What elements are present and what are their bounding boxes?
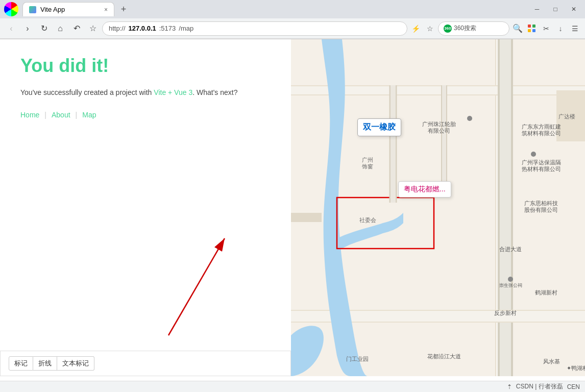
svg-text:筑材料有限公司: 筑材料有限公司: [522, 130, 561, 136]
browser-logo: [4, 2, 18, 16]
nav-separator-1: |: [44, 111, 46, 119]
map-toolbar: 标记 折线 文本标记: [0, 351, 291, 376]
svg-text:花都沿江大道: 花都沿江大道: [427, 353, 461, 359]
extensions-button[interactable]: [526, 22, 538, 35]
map-panel[interactable]: 广达楼 崇生张公祠 广州珠江轮胎 有限公司 广东东方雨虹建 筑材料有限公司 广州…: [291, 39, 585, 376]
status-cen: CEN: [567, 383, 580, 390]
marker-button[interactable]: 标记: [9, 356, 33, 371]
hero-description: You've successfully created a project wi…: [20, 87, 271, 98]
svg-text:饰窗: 饰窗: [361, 163, 373, 169]
url-host: 127.0.0.1: [129, 24, 156, 32]
svg-text:鹤湖新村: 鹤湖新村: [535, 289, 557, 296]
search-box[interactable]: 360 360搜索: [438, 21, 509, 36]
info-box-2: 粤电花都燃...: [398, 181, 451, 198]
url-bar[interactable]: http:// 127.0.0.1 :5173 /map: [102, 21, 407, 36]
nav-home-link[interactable]: Home: [20, 111, 39, 119]
map-svg: 广达楼 崇生张公祠 广州珠江轮胎 有限公司 广东东方雨虹建 筑材料有限公司 广州…: [291, 39, 585, 376]
nav-separator-2: |: [76, 111, 78, 119]
desc-suffix: . What's next?: [192, 88, 237, 96]
tab-favicon: [29, 6, 36, 13]
svg-text:合进大道: 合进大道: [499, 246, 522, 252]
star-icon[interactable]: ☆: [424, 22, 436, 35]
svg-point-19: [467, 116, 472, 121]
search-logo: 360: [444, 24, 452, 33]
url-path: /map: [179, 24, 193, 32]
svg-point-20: [531, 152, 536, 157]
tools-button[interactable]: ✂: [540, 22, 552, 35]
page-title: You did it!: [20, 55, 271, 77]
address-bar: ‹ › ↻ ⌂ ↶ ☆ http:// 127.0.0.1 :5173 /map…: [0, 18, 585, 39]
info-label-2: 粤电花都燃...: [404, 185, 446, 193]
svg-line-1: [168, 238, 225, 335]
svg-rect-11: [291, 213, 322, 222]
nav-map-link[interactable]: Map: [82, 111, 96, 119]
close-button[interactable]: ✕: [567, 2, 581, 16]
title-bar: Vite App × + ─ □ ✕: [0, 0, 585, 18]
maximize-button[interactable]: □: [548, 2, 563, 16]
status-text: CSDN | 行者张磊: [516, 382, 563, 391]
url-text: http://: [109, 24, 126, 32]
active-tab[interactable]: Vite App ×: [22, 2, 114, 16]
download-button[interactable]: ↓: [554, 22, 567, 35]
tab-close-button[interactable]: ×: [104, 6, 108, 13]
info-label-1: 双一橡胶: [363, 122, 396, 131]
svg-text:热材料有限公司: 热材料有限公司: [522, 166, 561, 172]
lightning-icon: ⚡: [409, 22, 422, 35]
nav-about-link[interactable]: About: [52, 111, 70, 119]
menu-button[interactable]: ☰: [569, 22, 581, 35]
back-button[interactable]: ‹: [4, 21, 18, 36]
svg-text:广东东方雨虹建: 广东东方雨虹建: [522, 124, 561, 130]
svg-text:风水基: 风水基: [543, 358, 560, 364]
svg-text:崇生张公祠: 崇生张公祠: [499, 283, 522, 288]
svg-text:广州珠江轮胎: 广州珠江轮胎: [422, 121, 456, 127]
svg-text:广达楼: 广达楼: [558, 113, 575, 119]
svg-text:有限公司: 有限公司: [428, 128, 450, 134]
info-box-1: 双一橡胶: [357, 118, 401, 136]
search-button[interactable]: 🔍: [511, 22, 524, 35]
search-label: 360搜索: [454, 24, 476, 33]
forward-button[interactable]: ›: [20, 21, 35, 36]
svg-point-21: [508, 277, 513, 282]
svg-text:股份有限公司: 股份有限公司: [524, 207, 558, 213]
left-panel: You did it! You've successfully created …: [0, 39, 291, 376]
svg-text:广州: 广州: [362, 157, 373, 163]
home-button[interactable]: ⌂: [53, 21, 67, 36]
minimize-button[interactable]: ─: [530, 2, 544, 16]
svg-text:门工业园: 门工业园: [346, 356, 369, 362]
status-bar: ⇡ CSDN | 行者张磊 CEN: [0, 381, 585, 392]
nav-links: Home | About | Map: [20, 111, 271, 119]
vite-vue-link[interactable]: Vite + Vue 3: [154, 88, 192, 96]
svg-text:广州孚达保温隔: 广州孚达保温隔: [522, 159, 561, 165]
browser-chrome: Vite App × + ─ □ ✕ ‹ › ↻ ⌂ ↶ ☆ http:// 1…: [0, 0, 585, 39]
url-port: :5173: [159, 24, 176, 32]
desc-text: You've successfully created a project wi…: [20, 88, 154, 96]
reload-button[interactable]: ↻: [37, 21, 51, 36]
arrow-svg: [31, 198, 235, 351]
tab-bar: Vite App × +: [22, 2, 526, 16]
svg-text:社委会: 社委会: [359, 217, 376, 223]
bookmark-button[interactable]: ☆: [86, 21, 100, 36]
svg-text:广东思柏科技: 广东思柏科技: [524, 200, 558, 206]
page-content: You did it! You've successfully created …: [0, 39, 585, 376]
history-back-button[interactable]: ↶: [69, 21, 84, 36]
tab-label: Vite App: [40, 6, 65, 13]
polyline-button[interactable]: 折线: [33, 356, 57, 371]
status-icon: ⇡: [507, 383, 512, 390]
svg-text:反步新村: 反步新村: [494, 310, 517, 316]
svg-text:✦鸭湖村标: ✦鸭湖村标: [567, 365, 585, 371]
new-tab-button[interactable]: +: [116, 2, 131, 16]
text-marker-button[interactable]: 文本标记: [57, 356, 94, 371]
